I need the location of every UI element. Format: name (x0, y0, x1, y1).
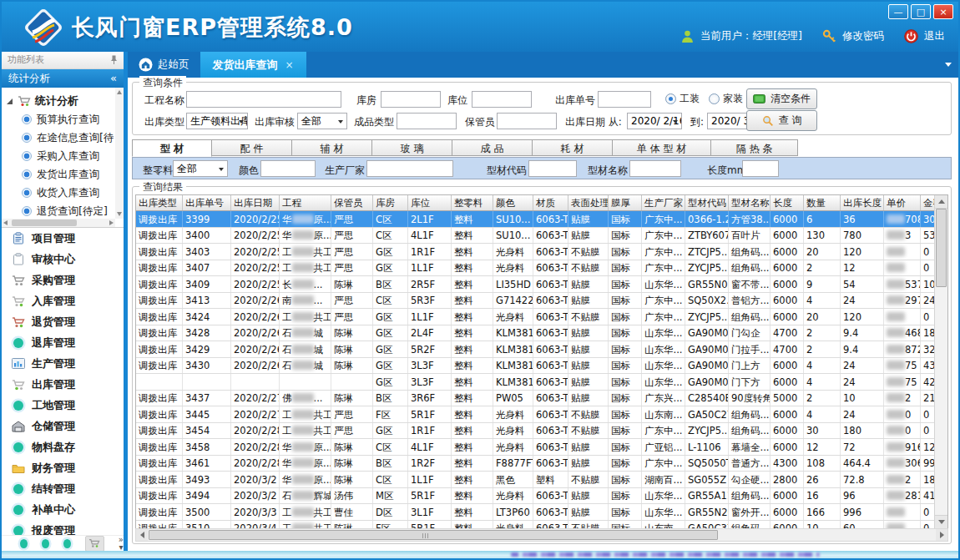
material-tab[interactable]: 配 件 (212, 139, 292, 156)
tree-item[interactable]: 在途信息查询[待 (7, 129, 115, 147)
warehouse-input[interactable] (381, 91, 441, 108)
sidebar-section-header[interactable]: 统计分析 « (2, 69, 124, 88)
column-header[interactable]: 库房 (373, 195, 408, 210)
tree-expander-icon[interactable] (7, 98, 13, 104)
scroll-down-icon[interactable] (935, 515, 947, 528)
material-tab[interactable]: 隔 热 条 (711, 139, 798, 156)
dot-icon[interactable] (42, 539, 49, 548)
table-row[interactable]: 调拨出库34092020/2/25长...陈琳B区2R5F整料LI35HD606… (136, 276, 947, 293)
location-input[interactable] (472, 91, 532, 108)
sidebar-section-出库管理[interactable]: 出库管理 (2, 374, 124, 395)
table-row[interactable]: 调拨出库34132020/2/26南...严思C区5R3F整料G71422606… (136, 293, 947, 310)
table-row[interactable]: 调拨出库33992020/2/25华原...严思C区2L1F整料SU10...6… (136, 211, 947, 228)
dot-icon[interactable] (20, 539, 28, 548)
column-header[interactable]: 库位 (408, 195, 452, 210)
sidebar-section-财务管理[interactable]: 财务管理 (2, 457, 124, 478)
column-header[interactable]: 保管员 (331, 195, 373, 210)
outbound-type-select[interactable]: 生产领料出库 (186, 113, 248, 129)
tree-item[interactable]: 收货入库查询 (7, 184, 115, 202)
sidebar-section-生产管理[interactable]: 生产管理 (2, 353, 124, 374)
cart-quick-button[interactable] (85, 536, 104, 552)
vertical-scroll-thumb[interactable] (936, 209, 947, 287)
profile-code-input[interactable] (528, 160, 577, 177)
sidebar-section-结转管理[interactable]: 结转管理 (2, 478, 124, 499)
sidebar-section-入库管理[interactable]: 入库管理 (2, 290, 124, 311)
factory-input[interactable] (366, 160, 453, 177)
column-header[interactable]: 整零料 (452, 195, 493, 210)
material-tab[interactable]: 玻 璃 (372, 139, 452, 156)
table-row[interactable]: 调拨出库34582020/2/28华原...陈琳C区4L1F整料光身料6063-… (136, 439, 947, 456)
length-input[interactable] (742, 160, 779, 177)
logout-link[interactable]: 退出 (924, 29, 945, 43)
table-row[interactable]: 调拨出库34292020/2/26石城陈琳G区5R2F整料KLM38176063… (136, 341, 947, 358)
dot-icon[interactable] (63, 539, 71, 548)
column-header[interactable]: 数量 (804, 195, 841, 210)
table-row[interactable]: 调拨出库34242020/2/26工共工程严思G区1L1F整料光身料6063-T… (136, 309, 947, 325)
scroll-up-icon[interactable] (935, 195, 947, 209)
radio-work-wrap[interactable]: 工装 (665, 92, 700, 106)
order-no-input[interactable] (598, 91, 651, 108)
table-row[interactable]: 调拨出库34302020/2/26石城陈琳G区3L3F整料KLM38176063… (136, 358, 947, 375)
product-type-input[interactable] (397, 113, 457, 129)
column-header[interactable]: 长度 (771, 195, 804, 210)
material-tab[interactable]: 单 体 型 材 (613, 139, 711, 156)
collapse-icon[interactable]: « (110, 69, 117, 88)
table-row[interactable]: 调拨出库34032020/2/25工共工程严思G区1R1F整料光身料6063-T… (136, 244, 947, 260)
sidebar-section-审核中心[interactable]: 审核中心 (2, 249, 124, 270)
tree-item[interactable]: 退货查询[待定] (7, 202, 115, 220)
radio-home-icon[interactable] (709, 93, 720, 104)
radio-work-icon[interactable] (665, 93, 676, 104)
tree-horizontal-scrollbar[interactable] (2, 219, 115, 227)
column-header[interactable]: 表面处理 (568, 195, 609, 210)
column-header[interactable]: 膜厚 (609, 195, 642, 210)
clear-conditions-button[interactable]: 清空条件 (746, 88, 817, 109)
profile-name-input[interactable] (629, 160, 681, 177)
maximize-button[interactable]: □ (911, 4, 931, 19)
table-row[interactable]: 调拨出库34942020/3/2石辉城汤伟M区5R1F整料光身料6063-T5贴… (136, 488, 947, 505)
color-input[interactable] (260, 160, 316, 177)
table-row[interactable]: 调拨出库35002020/3/3工共工程曹佳D区3L1F整料LT3P606063… (136, 504, 947, 521)
column-header[interactable]: 单价 (884, 195, 921, 210)
material-tab[interactable]: 耗 材 (533, 139, 613, 156)
tree-root[interactable]: 统计分析 (7, 92, 115, 110)
horizontal-scroll-thumb[interactable] (149, 530, 718, 540)
project-name-input[interactable] (186, 91, 341, 108)
column-header[interactable]: 出库日期 (231, 195, 280, 210)
table-row[interactable]: 调拨出库34612020/2/28华原...陈琳B区1R2F整料F8877FT6… (136, 456, 947, 472)
sidebar-section-报废管理[interactable]: 报废管理 (2, 520, 124, 536)
sidebar-section-退货管理[interactable]: 退货管理 (2, 311, 124, 332)
tree-item[interactable]: 预算执行查询 (7, 110, 115, 129)
radio-home-wrap[interactable]: 家装 (709, 92, 743, 106)
column-header[interactable]: 颜色 (493, 195, 533, 210)
tab-close-icon[interactable]: × (285, 59, 294, 71)
table-row[interactable]: 调拨出库34932020/3/2华原...陈琳C区1L1F整料黑色塑料不贴膜国标… (136, 472, 947, 488)
column-header[interactable]: 出库单号 (183, 195, 231, 210)
sidebar-section-项目管理[interactable]: 项目管理 (2, 228, 124, 249)
scroll-right-icon[interactable] (936, 529, 947, 541)
close-button[interactable]: × (933, 4, 953, 19)
tree-vertical-scrollbar[interactable] (115, 88, 124, 219)
sidebar-section-物料盘存[interactable]: 物料盘存 (2, 436, 124, 457)
column-header[interactable]: 出库类型 (136, 195, 183, 210)
pin-icon[interactable] (110, 55, 118, 65)
table-row[interactable]: 调拨出库34282020/2/26石城陈琳G区2L4F整料KLM38176063… (136, 325, 947, 342)
minimize-button[interactable]: — (888, 4, 908, 19)
tabbar-chevron-down-icon[interactable] (945, 63, 952, 67)
scroll-left-icon[interactable] (136, 529, 148, 541)
table-row[interactable]: G区3L3F整料KLM38176063-T5贴膜国标山东华...GA90M09.… (136, 374, 947, 391)
table-row[interactable]: 调拨出库34002020/2/25华原...严思C区4L1F整料SU10...6… (136, 228, 947, 245)
sidebar-section-采购管理[interactable]: 采购管理 (2, 270, 124, 290)
horizontal-scrollbar[interactable] (135, 528, 948, 542)
sidebar-section-仓储管理[interactable]: 仓储管理 (2, 416, 124, 436)
change-password-link[interactable]: 修改密码 (842, 29, 884, 43)
vertical-scrollbar[interactable] (934, 195, 947, 528)
material-tab[interactable]: 成 品 (452, 139, 533, 156)
column-header[interactable]: 出库长度 (841, 195, 884, 210)
tab-shipment-outbound-query[interactable]: 发货出库查询 × (200, 52, 306, 78)
whole-piece-select[interactable]: 全部 (173, 160, 228, 177)
audit-select[interactable]: 全部 (297, 113, 347, 129)
table-row[interactable]: 调拨出库34542020/2/28工共工程严思G区1R1F整料光身料6063-T… (136, 423, 947, 440)
keeper-input[interactable] (497, 113, 557, 129)
search-button[interactable]: 查 询 (746, 110, 817, 131)
sidebar-section-补单中心[interactable]: 补单中心 (2, 499, 124, 520)
